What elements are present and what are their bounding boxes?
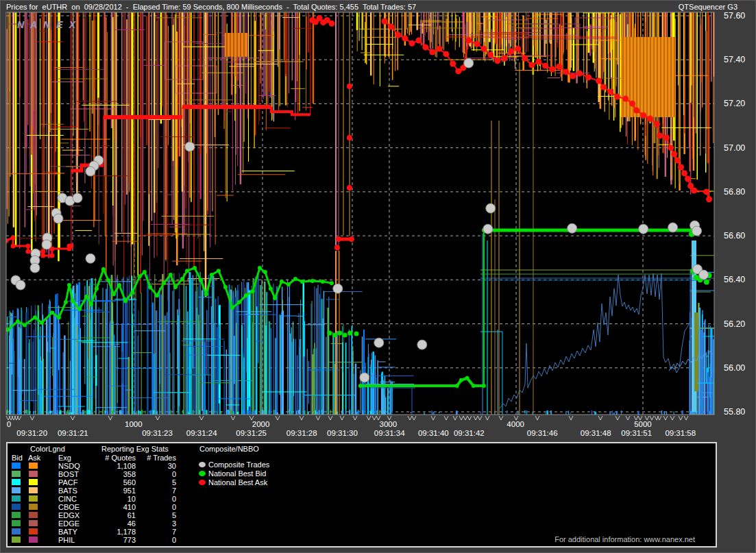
time-tick: 09:31:21: [58, 429, 88, 437]
time-tick: 09:31:46: [527, 429, 558, 437]
ask-color-swatch: [29, 528, 38, 534]
time-tick: 09:31:20: [16, 429, 47, 437]
time-tick: 09:31:28: [286, 429, 317, 437]
exchange-name: PACF: [58, 478, 78, 487]
bid-color-swatch: [12, 479, 21, 485]
time-tick: 09:31:25: [236, 429, 267, 437]
trade-count: 0: [121, 536, 176, 544]
time-tick: 09:31:51: [621, 429, 652, 437]
nbbo-legend-label: Composite Trades: [208, 460, 269, 469]
footer-note: For additional information: www.nanex.ne…: [554, 535, 695, 543]
bid-color-swatch: [12, 512, 21, 518]
quote-count-tick: 4000: [507, 420, 524, 428]
nbbo-legend-dot: [199, 480, 206, 485]
exchange-name: EDGX: [58, 511, 80, 519]
trade-count: 7: [121, 528, 176, 536]
exchange-name: CBOE: [58, 503, 80, 511]
quote-count-tick: 1000: [125, 420, 143, 428]
exchange-name: PHIL: [58, 536, 75, 544]
nbbo-legend-label: National Best Ask: [208, 478, 267, 487]
bid-color-swatch: [12, 463, 21, 469]
trade-count: 0: [121, 470, 176, 478]
trade-count: 3: [121, 519, 176, 528]
quote-count-tick: 0: [7, 420, 11, 428]
trade-count: 0: [121, 495, 176, 503]
ask-color-swatch: [29, 512, 38, 518]
price-tick: 57.60: [724, 11, 745, 21]
ask-color-swatch: [29, 520, 38, 526]
trade-count: 0: [121, 503, 176, 511]
price-tick: 55.80: [724, 407, 745, 417]
bid-color-swatch: [12, 495, 21, 502]
exchange-name: BATY: [58, 528, 77, 536]
exchange-name: EDGE: [58, 519, 80, 528]
quote-count-tick: 2000: [252, 420, 270, 428]
legend-col-trades: # Trades: [121, 454, 176, 462]
nbbo-legend-dot: [199, 471, 206, 476]
trade-count: 5: [121, 511, 176, 519]
exchange-name: NSDQ: [58, 462, 80, 470]
ask-color-swatch: [29, 487, 38, 493]
ask-color-swatch: [29, 463, 38, 469]
time-tick: 09:31:40: [418, 429, 449, 437]
price-tick: 57.00: [724, 143, 745, 153]
price-tick: 56.60: [724, 231, 745, 241]
time-tick: 09:31:42: [454, 429, 485, 437]
price-tick: 56.40: [724, 275, 745, 284]
ask-color-swatch: [29, 504, 38, 510]
trade-count: 5: [121, 478, 176, 487]
price-tick: 56.00: [724, 363, 745, 373]
trade-count: 7: [121, 487, 176, 495]
price-chart[interactable]: 01000200030004000500009:31:2009:31:2109:…: [1, 1, 756, 442]
legend-col-bid: Bid: [12, 454, 23, 462]
time-tick: 09:31:24: [186, 429, 217, 437]
quote-count-tick: 5000: [634, 420, 652, 428]
legend-col-ask: Ask: [28, 454, 40, 462]
qtsequencer-window: Prices for eUTHR on 09/28/2012 - Elapsed…: [0, 0, 756, 553]
ask-color-swatch: [29, 537, 38, 543]
time-tick: 09:31:23: [142, 429, 173, 437]
legend-col-exg: Exg: [58, 454, 71, 462]
legend-panel: ColorLgnd Reporting Exg Stats Bid Ask Ex…: [6, 442, 717, 548]
time-tick: 09:31:48: [581, 429, 611, 437]
trade-count: 30: [121, 462, 176, 470]
ask-color-swatch: [29, 495, 38, 502]
ask-color-swatch: [29, 471, 38, 477]
nanex-logo: NANEX: [17, 19, 82, 30]
nbbo-legend-label: National Best Bid: [208, 469, 266, 478]
nbbo-legend-title: Composite/NBBO: [199, 445, 259, 453]
price-tick: 57.40: [724, 55, 745, 64]
bid-color-swatch: [12, 504, 21, 510]
time-tick: 09:31:30: [327, 429, 358, 437]
price-tick: 56.20: [724, 319, 745, 329]
legend-stats-title: Reporting Exg Stats: [101, 445, 169, 453]
time-tick: 09:31:34: [374, 429, 405, 437]
nbbo-legend-dot: [199, 462, 206, 467]
exchange-name: BATS: [58, 487, 77, 495]
time-tick: 09:31:58: [665, 429, 696, 437]
exchange-name: CINC: [58, 495, 77, 503]
bid-color-swatch: [12, 471, 21, 477]
ask-color-swatch: [29, 479, 38, 485]
bid-color-swatch: [12, 528, 21, 534]
axis-tick-markers: [6, 416, 688, 420]
exchange-name: BOST: [58, 470, 79, 478]
price-tick: 57.20: [724, 99, 745, 108]
bid-color-swatch: [12, 487, 21, 493]
price-tick: 56.80: [724, 187, 745, 197]
bid-color-swatch: [12, 537, 21, 543]
quote-count-tick: 3000: [380, 420, 398, 428]
legend-title: ColorLgnd: [30, 445, 65, 453]
bid-color-swatch: [12, 520, 21, 526]
